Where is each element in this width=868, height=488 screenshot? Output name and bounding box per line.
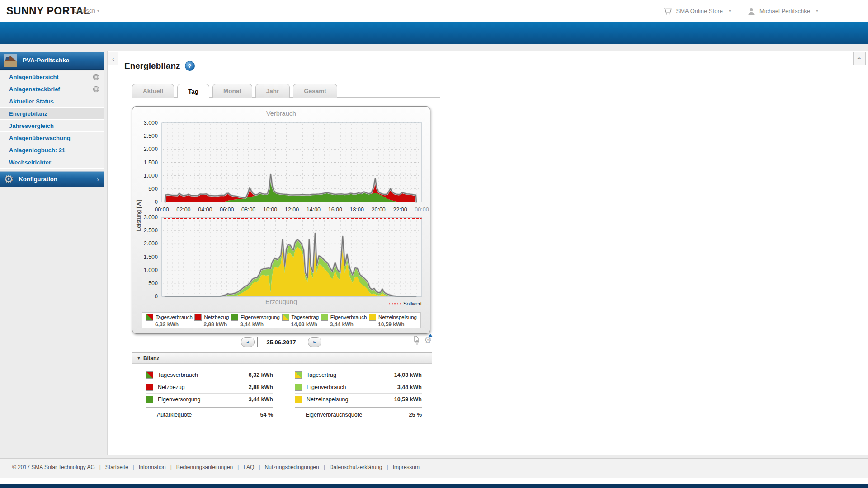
sidebar-item[interactable]: Anlagenüberwachung <box>0 132 104 144</box>
sidebar-item[interactable]: Energiebilanz <box>0 108 104 120</box>
divider <box>739 7 740 16</box>
footer-link[interactable]: Startseite <box>105 464 128 470</box>
svg-text:1.500: 1.500 <box>144 160 158 166</box>
cart-icon <box>663 7 672 15</box>
quote-value: 54 % <box>260 412 274 418</box>
bilanz-label: Netzbezug <box>158 384 249 390</box>
sollwert-dash-icon <box>389 302 401 305</box>
copyright-text: © 2017 SMA Solar Technology AG <box>12 464 95 470</box>
date-input[interactable] <box>257 337 305 347</box>
sidebar-collapse-button[interactable]: ‹ <box>108 52 118 65</box>
footer-links: © 2017 SMA Solar Technology AG|Startseit… <box>12 464 420 470</box>
separator: | <box>324 464 325 470</box>
bilanz-value: 14,03 kWh <box>394 372 422 378</box>
brand-band <box>0 22 868 44</box>
svg-text:16:00: 16:00 <box>328 206 342 213</box>
bilanz-label: Tagesertrag <box>307 372 394 378</box>
legend-color-chip <box>231 314 238 321</box>
bilanz-color-chip <box>146 384 153 391</box>
svg-text:2.000: 2.000 <box>144 240 158 247</box>
tab-aktuell[interactable]: Aktuell <box>132 84 174 98</box>
svg-text:20:00: 20:00 <box>372 206 386 213</box>
next-day-button[interactable]: ► <box>308 337 321 347</box>
footer-link[interactable]: FAQ <box>243 464 254 470</box>
previous-day-button[interactable]: ◄ <box>241 337 255 347</box>
footer-link[interactable]: Bedienungsanleitungen <box>176 464 233 470</box>
legend-item: Netzeinspeisung10,59 kWh <box>369 314 417 328</box>
sidebar-item-label: Anlagensteckbrief <box>0 86 93 93</box>
legend-label: Eigenverbrauch <box>330 314 367 320</box>
footer-link[interactable]: Nutzungsbedingungen <box>265 464 319 470</box>
user-menu[interactable]: Michael Perlitschke <box>760 8 810 14</box>
page-title: Energiebilanz <box>124 61 180 71</box>
bilanz-header[interactable]: ▼ Bilanz <box>132 353 432 364</box>
tab-tag[interactable]: Tag <box>177 84 209 98</box>
svg-text:08:00: 08:00 <box>241 206 255 213</box>
scroll-top-button[interactable]: ‹ <box>853 52 866 65</box>
bilanz-left-column: Tagesverbrauch6,32 kWhNetzbezug2,88 kWhE… <box>146 369 273 422</box>
language-selector[interactable]: Deutsch▾ <box>74 7 99 14</box>
legend-value: 14,03 kWh <box>291 321 319 328</box>
bilanz-panel: ▼ Bilanz Tagesverbrauch6,32 kWhNetzbezug… <box>132 352 432 428</box>
legend-color-chip <box>194 314 202 321</box>
legend-label: Netzbezug <box>204 314 229 320</box>
export-icon[interactable] <box>413 336 421 347</box>
quote-value: 25 % <box>409 412 422 418</box>
legend-value: 3,44 kWh <box>240 321 280 328</box>
chart-legend: Tagesverbrauch6,32 kWhNetzbezug2,88 kWhE… <box>142 312 421 328</box>
bilanz-value: 2,88 kWh <box>249 384 273 390</box>
erzeugung-chart[interactable]: 05001.0001.5002.0002.5003.000 <box>132 215 430 301</box>
tab-panel: Verbrauch 05001.0001.5002.0002.5003.0000… <box>132 97 440 446</box>
tab-monat[interactable]: Monat <box>212 84 252 98</box>
bilanz-color-chip <box>295 396 302 403</box>
legend-value: 3,44 kWh <box>330 321 367 328</box>
help-icon[interactable]: ? <box>185 61 195 71</box>
sidebar-item[interactable]: Wechselrichter <box>0 156 104 169</box>
bilanz-row: Eigenverbrauch3,44 kWh <box>295 381 422 394</box>
bilanz-row: Eigenversorgung3,44 kWh <box>146 394 273 405</box>
globe-icon <box>93 86 99 93</box>
collapse-triangle-icon: ▼ <box>137 356 141 361</box>
store-menu[interactable]: SMA Online Store <box>676 8 723 14</box>
sidebar-item[interactable]: Anlagensteckbrief <box>0 83 104 95</box>
tab-gesamt[interactable]: Gesamt <box>293 84 337 98</box>
legend-item: Netzbezug2,88 kWh <box>194 314 229 328</box>
svg-text:1.000: 1.000 <box>144 267 158 273</box>
verbrauch-chart-title: Verbrauch <box>132 110 430 117</box>
svg-text:12:00: 12:00 <box>285 206 299 213</box>
sidebar-item[interactable]: Aktueller Status <box>0 95 104 108</box>
sidebar-item[interactable]: Jahresvergleich <box>0 120 104 132</box>
page: SUNNY PORTAL Deutsch▾ SMA Online Store ▾… <box>0 0 868 488</box>
footer-link[interactable]: Datenschutzerklärung <box>330 464 382 470</box>
main-content: ‹ ‹ Energiebilanz ? AktuellTagMonatJahrG… <box>107 51 868 455</box>
chart-settings-icon[interactable]: ⚙ <box>424 336 432 345</box>
bilanz-quote-row: Eigenverbrauchsquote25 % <box>295 407 422 422</box>
separator: | <box>387 464 388 470</box>
gear-icon: ⚙ <box>4 174 14 185</box>
verbrauch-chart[interactable]: 05001.0001.5002.0002.5003.00000:0002:000… <box>132 118 430 214</box>
legend-color-chip <box>321 314 328 321</box>
svg-text:500: 500 <box>148 280 158 286</box>
footer-link[interactable]: Impressum <box>393 464 420 470</box>
bilanz-value: 10,59 kWh <box>394 396 422 403</box>
chevron-down-icon: ▾ <box>816 8 818 13</box>
legend-value: 10,59 kWh <box>378 321 417 328</box>
plant-header[interactable]: PVA-Perlitschke <box>0 52 104 70</box>
bilanz-value: 6,32 kWh <box>249 372 273 378</box>
sidebar-item-label: Anlagenübersicht <box>0 74 93 80</box>
bilanz-color-chip <box>295 384 302 391</box>
chevron-right-icon: › <box>97 175 99 183</box>
user-icon <box>747 7 755 15</box>
legend-label: Tagesverbrauch <box>156 314 193 320</box>
tab-jahr[interactable]: Jahr <box>255 84 290 98</box>
svg-text:04:00: 04:00 <box>198 206 212 213</box>
sidebar-item[interactable]: Anlagenlogbuch: 21 <box>0 144 104 156</box>
separator: | <box>259 464 260 470</box>
sidebar-item-konfiguration[interactable]: ⚙ Konfiguration › <box>0 171 104 187</box>
sidebar-item[interactable]: Anlagenübersicht <box>0 71 104 83</box>
date-navigation: ◄ ► <box>132 337 430 347</box>
footer-link[interactable]: Information <box>139 464 166 470</box>
bilanz-color-chip <box>295 371 302 379</box>
legend-item: Tagesverbrauch6,32 kWh <box>146 314 193 328</box>
sidebar-item-label: Aktueller Status <box>0 98 104 105</box>
